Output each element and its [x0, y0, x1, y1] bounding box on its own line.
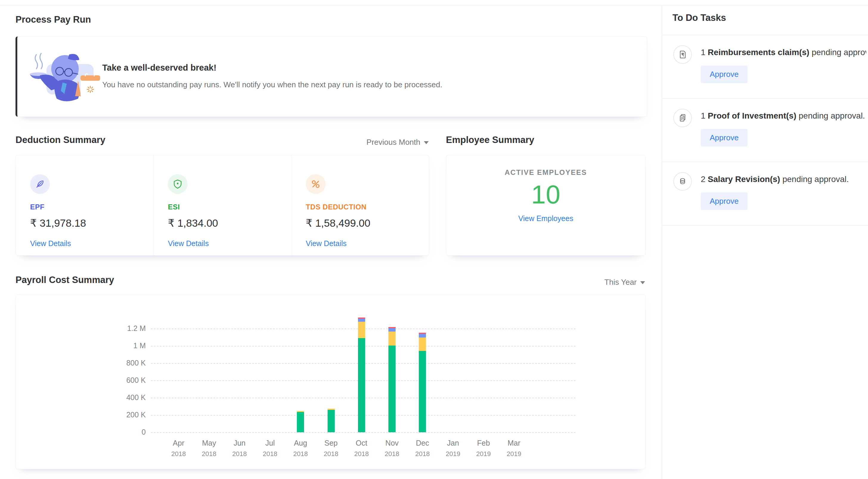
top-divider	[0, 5, 868, 5]
leaf-icon	[30, 174, 50, 194]
x-axis-year-label: 2018	[254, 450, 286, 458]
todo-task-list: 1 Reimbursements claim(s) pending approv…	[662, 35, 868, 225]
banner-message: You have no outstanding pay runs. We'll …	[102, 80, 442, 89]
documents-icon	[673, 109, 692, 127]
x-axis-month-label: Sep	[315, 439, 347, 447]
employee-summary-card: ACTIVE EMPLOYEES 10 View Employees	[446, 155, 646, 256]
payroll-cost-summary-title: Payroll Cost Summary	[16, 275, 114, 285]
banner-heading: Take a well-deserved break!	[102, 63, 216, 73]
deduction-summary-title: Deduction Summary	[16, 135, 105, 146]
deduction-label: EPF	[30, 203, 153, 211]
x-axis-year-label: 2018	[192, 450, 225, 458]
bar-dec-2018-green[interactable]	[419, 351, 426, 432]
gridline-0	[151, 432, 576, 433]
bar-sep-2018-yellow[interactable]	[328, 409, 335, 410]
deduction-label: TDS DEDUCTION	[306, 203, 429, 211]
todo-item-proof-of-investment: 1 Proof of Investment(s) pending approva…	[662, 98, 868, 162]
break-illustration	[28, 45, 112, 107]
payroll-period-selector[interactable]: This Year	[554, 278, 645, 287]
bar-sep-2018-green[interactable]	[328, 410, 335, 432]
y-axis-tick: 1.2 M	[120, 324, 146, 333]
active-employees-label: ACTIVE EMPLOYEES	[446, 168, 645, 177]
approve-button[interactable]: Approve	[701, 66, 748, 83]
deduction-summary-card: EPF ₹ 31,978.18 View Details ESI ₹ 1,834…	[16, 155, 429, 256]
payroll-period-label: This Year	[604, 278, 637, 287]
x-axis-year-label: 2018	[406, 450, 439, 458]
x-axis-month-label: Mar	[497, 439, 530, 447]
x-axis-month-label: Nov	[376, 439, 408, 447]
todo-item-reimbursements: 1 Reimbursements claim(s) pending approv…	[662, 35, 868, 98]
deduction-amount: ₹ 31,978.18	[30, 217, 153, 229]
x-axis-month-label: Jun	[223, 439, 256, 447]
view-employees-link[interactable]: View Employees	[518, 214, 573, 223]
deduction-item-esi: ESI ₹ 1,834.00 View Details	[153, 155, 291, 255]
chevron-down-icon	[640, 281, 645, 284]
process-pay-run-title: Process Pay Run	[16, 14, 91, 25]
todo-task-text: 1 Proof of Investment(s) pending approva…	[701, 111, 866, 121]
approve-button[interactable]: Approve	[701, 129, 748, 147]
todo-item-salary-revision: 2 Salary Revision(s) pending approval. A…	[662, 162, 868, 225]
todo-tasks-title: To Do Tasks	[673, 12, 726, 23]
bar-dec-2018-red[interactable]	[419, 333, 426, 334]
x-axis-year-label: 2019	[437, 450, 469, 458]
bar-aug-2018-yellow[interactable]	[297, 411, 304, 412]
bar-dec-2018-blue[interactable]	[419, 334, 426, 338]
y-axis-tick: 600 K	[120, 376, 146, 385]
y-axis-tick: 800 K	[120, 359, 146, 367]
x-axis-month-label: Dec	[406, 439, 439, 447]
payroll-chart-plot: 0200 K400 K600 K800 K1 M1.2 MApr2018May2…	[120, 322, 576, 462]
deduction-item-tds: TDS DEDUCTION ₹ 1,58,499.00 View Details	[291, 155, 429, 255]
shield-icon	[168, 174, 187, 194]
bar-aug-2018-green[interactable]	[297, 412, 304, 432]
view-details-link[interactable]: View Details	[168, 239, 209, 248]
bar-nov-2018-yellow[interactable]	[389, 331, 396, 345]
bar-dec-2018-yellow[interactable]	[419, 338, 426, 351]
active-employees-count: 10	[446, 182, 645, 207]
y-axis-tick: 200 K	[120, 411, 146, 419]
x-axis-year-label: 2018	[162, 450, 195, 458]
x-axis-month-label: Feb	[467, 439, 500, 447]
pay-run-banner-card: Take a well-deserved break! You have no …	[16, 36, 647, 117]
view-details-link[interactable]: View Details	[30, 239, 71, 248]
x-axis-month-label: Jan	[437, 439, 469, 447]
todo-task-text: 1 Reimbursements claim(s) pending approv…	[701, 47, 866, 57]
y-axis-tick: 0	[120, 428, 146, 437]
y-axis-tick: 1 M	[120, 341, 146, 350]
x-axis-year-label: 2018	[284, 450, 317, 458]
deduction-period-label: Previous Month	[366, 138, 420, 147]
bar-oct-2018-green[interactable]	[358, 338, 365, 432]
chevron-down-icon	[424, 141, 429, 144]
x-axis-year-label: 2019	[467, 450, 500, 458]
x-axis-year-label: 2018	[345, 450, 378, 458]
rupee-document-icon	[673, 45, 692, 64]
x-axis-month-label: Oct	[345, 439, 378, 447]
x-axis-year-label: 2018	[315, 450, 347, 458]
coins-icon	[673, 172, 692, 191]
x-axis-year-label: 2018	[376, 450, 408, 458]
percent-icon	[306, 174, 326, 194]
view-details-link[interactable]: View Details	[306, 239, 347, 248]
todo-task-text: 2 Salary Revision(s) pending approval.	[701, 174, 866, 184]
deduction-amount: ₹ 1,834.00	[168, 217, 291, 229]
x-axis-year-label: 2019	[497, 450, 530, 458]
employee-summary-title: Employee Summary	[446, 135, 534, 146]
x-axis-month-label: May	[192, 439, 225, 447]
x-axis-month-label: Jul	[254, 439, 286, 447]
y-axis-tick: 400 K	[120, 393, 146, 402]
payroll-cost-chart-card: 0200 K400 K600 K800 K1 M1.2 MApr2018May2…	[16, 294, 646, 469]
bar-nov-2018-red[interactable]	[389, 327, 396, 328]
bar-oct-2018-yellow[interactable]	[358, 322, 365, 338]
deduction-period-selector[interactable]: Previous Month	[340, 138, 429, 147]
x-axis-year-label: 2018	[223, 450, 256, 458]
deduction-amount: ₹ 1,58,499.00	[306, 217, 429, 229]
approve-button[interactable]: Approve	[701, 192, 748, 210]
x-axis-month-label: Aug	[284, 439, 317, 447]
x-axis-month-label: Apr	[162, 439, 195, 447]
deduction-item-epf: EPF ₹ 31,978.18 View Details	[16, 155, 153, 255]
bar-oct-2018-red[interactable]	[358, 318, 365, 319]
bar-oct-2018-blue[interactable]	[358, 319, 365, 322]
bar-nov-2018-green[interactable]	[389, 346, 396, 432]
bar-nov-2018-blue[interactable]	[389, 328, 396, 331]
deduction-label: ESI	[168, 203, 291, 211]
